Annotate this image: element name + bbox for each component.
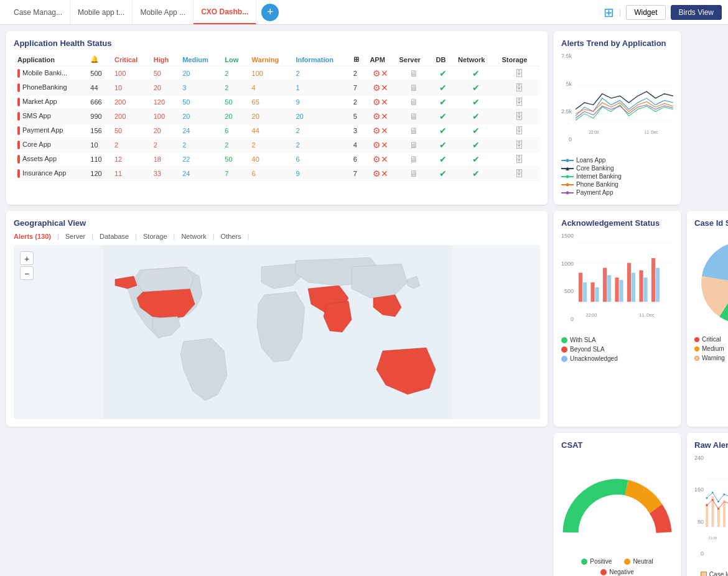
legend-positive: Positive — [581, 558, 612, 565]
db-icon: ✔ — [439, 140, 447, 150]
raw-y-axis-left: 240 160 80 0 — [694, 455, 704, 567]
legend-neutral: Neutral — [624, 558, 653, 565]
filter-storage[interactable]: Storage — [143, 233, 167, 240]
total-count: 666 — [86, 95, 111, 109]
col-header-high: High — [150, 53, 179, 67]
network-icon: ✔ — [472, 97, 480, 107]
db-icon: ✔ — [439, 169, 447, 179]
server-icon: 🖥 — [409, 126, 418, 136]
alerts-count: Alerts (130) — [14, 233, 51, 240]
critical-count: 2 — [111, 138, 150, 152]
birds-view-button[interactable]: Birds View — [671, 5, 722, 20]
high-count: 50 — [150, 67, 179, 81]
critical-count: 11 — [111, 167, 150, 181]
extra-count: 2 — [350, 67, 366, 81]
top-nav: Case Manag... Mobile app t... Mobile App… — [0, 0, 728, 25]
zoom-out-button[interactable]: − — [20, 266, 34, 280]
health-status-title: Application Health Status — [14, 39, 540, 48]
csat-legend: Positive Neutral — [561, 558, 673, 566]
server-icon: 🖥 — [409, 83, 418, 93]
total-count: 10 — [86, 138, 111, 152]
zoom-in-button[interactable]: + — [20, 251, 34, 265]
apm-status: ⚙✕ — [366, 167, 395, 181]
svg-point-13 — [566, 183, 569, 186]
geo-filters: Alerts (130) | Server | Database | Stora… — [14, 233, 540, 240]
table-row: Market App 666 200 120 50 50 65 9 2 ⚙✕ 🖥… — [14, 95, 540, 109]
server-status: 🖥 — [396, 124, 432, 138]
raw-chart-svg: 21:00 11. Dec — [705, 455, 728, 567]
row-indicator — [17, 169, 20, 178]
storage-icon: 🗄 — [515, 97, 523, 107]
network-icon: ✔ — [472, 154, 480, 164]
table-row: Assets App 110 12 18 22 50 40 6 6 ⚙✕ 🖥 ✔… — [14, 152, 540, 167]
apm-icon: ⚙✕ — [373, 140, 388, 150]
table-row: SMS App 990 200 100 20 20 20 20 5 ⚙✕ 🖥 ✔… — [14, 109, 540, 124]
low-count: 50 — [221, 95, 248, 109]
server-icon: 🖥 — [409, 97, 418, 107]
tab-mobile-app-t[interactable]: Mobile app t... — [70, 0, 133, 24]
raw-alerts-title: Raw Alerts — [694, 440, 728, 450]
col-header-grid: ⊞ — [350, 53, 366, 67]
table-row: Mobile Banki... 500 100 50 20 2 100 2 2 … — [14, 67, 540, 81]
col-header-info: Information — [292, 53, 349, 67]
grid-icon: ⊞ — [604, 5, 614, 20]
network-icon: ✔ — [472, 68, 480, 78]
filter-network[interactable]: Network — [181, 233, 206, 240]
app-name: Payment App — [14, 124, 86, 138]
warning-count: 65 — [248, 95, 292, 109]
apm-status: ⚙✕ — [366, 81, 395, 95]
network-icon: ✔ — [472, 83, 480, 93]
db-icon: ✔ — [439, 68, 447, 78]
tab-case-manag[interactable]: Case Manag... — [6, 0, 70, 24]
medium-count: 3 — [179, 81, 221, 95]
critical-count: 12 — [111, 152, 150, 167]
filter-server[interactable]: Server — [65, 233, 85, 240]
server-status: 🖥 — [396, 138, 432, 152]
db-icon: ✔ — [439, 83, 447, 93]
raw-alerts-card: Raw Alerts 240 160 80 0 — [687, 433, 728, 576]
app-name: PhoneBanking — [14, 81, 86, 95]
ack-status-title: Acknowledgement Status — [561, 218, 673, 228]
svg-point-55 — [717, 501, 719, 503]
col-header-network: Network — [454, 53, 498, 67]
apm-status: ⚙✕ — [366, 138, 395, 152]
medium-count: 50 — [179, 95, 221, 109]
medium-count: 20 — [179, 67, 221, 81]
server-status: 🖥 — [396, 109, 432, 124]
tab-cxo-dashb[interactable]: CXO Dashb... — [194, 0, 256, 24]
app-name: Assets App — [14, 152, 86, 167]
storage-icon: 🗄 — [515, 169, 523, 179]
col-header-low: Low — [221, 53, 248, 67]
svg-point-53 — [706, 497, 707, 499]
warning-count: 2 — [248, 138, 292, 152]
tab-mobile-app[interactable]: Mobile App ... — [133, 0, 194, 24]
csat-card: CSAT Positive Neutral — [554, 433, 681, 576]
storage-status: 🗄 — [498, 95, 540, 109]
row-indicator — [17, 141, 20, 149]
widget-button[interactable]: Widget — [626, 5, 665, 20]
network-status: ✔ — [454, 138, 498, 152]
svg-rect-27 — [615, 277, 618, 302]
map-svg — [14, 245, 540, 419]
extra-count: 3 — [350, 124, 366, 138]
svg-rect-44 — [723, 500, 726, 527]
info-count: 1 — [292, 81, 349, 95]
info-count: 2 — [292, 124, 349, 138]
medium-count: 24 — [179, 124, 221, 138]
geo-title: Geographical View — [14, 218, 540, 228]
ack-status-card: Acknowledgement Status 1500 1000 500 0 — [554, 211, 681, 427]
high-count: 20 — [150, 124, 179, 138]
low-count: 50 — [221, 152, 248, 167]
high-count: 20 — [150, 81, 179, 95]
apm-status: ⚙✕ — [366, 124, 395, 138]
low-count: 20 — [221, 109, 248, 124]
y-axis-labels: 7.5k 5k 2.5k 0 — [561, 53, 572, 152]
svg-rect-31 — [639, 271, 643, 302]
storage-status: 🗄 — [498, 81, 540, 95]
info-count: 2 — [292, 67, 349, 81]
legend-unacknowledged: Unacknowledged — [561, 355, 673, 362]
filter-database[interactable]: Database — [100, 233, 129, 240]
filter-others[interactable]: Others — [221, 233, 241, 240]
add-tab-button[interactable]: + — [261, 4, 279, 21]
svg-rect-29 — [627, 263, 631, 302]
